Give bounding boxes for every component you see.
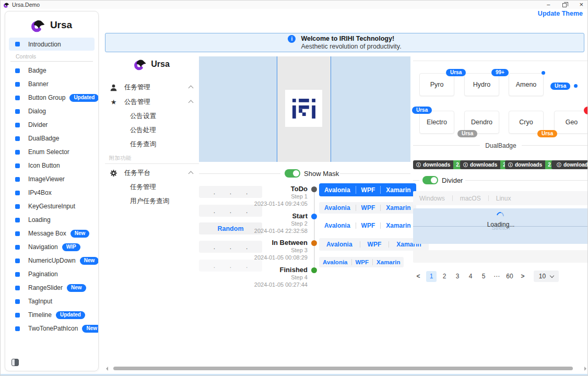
scrollbar-thumb[interactable]: [113, 367, 573, 370]
sidebar-item-enum-selector[interactable]: Enum Selector: [9, 145, 95, 159]
sidebar-item-divider[interactable]: Divider: [9, 118, 95, 132]
button-wpf[interactable]: WPF: [360, 241, 389, 248]
window-title: Ursa.Demo: [12, 2, 40, 8]
sidebar-item-twotonepathicon[interactable]: TwoTonePathIconNew: [9, 322, 95, 335]
sidebar-item-dualbadge[interactable]: DualBadge: [9, 132, 95, 145]
button-avalonia[interactable]: Avalonia: [319, 204, 356, 212]
sidebar-item-badge[interactable]: Badge: [9, 64, 95, 77]
button-avalonia[interactable]: Avalonia: [319, 241, 360, 248]
badge-pill-ursa-gray: Ursa: [457, 130, 477, 137]
sidebar-item-button-group[interactable]: Button GroupUpdated: [9, 91, 95, 104]
nav-group-task-platform[interactable]: 任务平台: [105, 166, 199, 180]
sidebar-item-icon-button[interactable]: Icon Button: [9, 159, 95, 172]
scroll-right-icon[interactable]: [584, 367, 586, 371]
button-avalonia[interactable]: Avalonia: [319, 259, 351, 265]
divider-line: [340, 173, 410, 174]
update-theme-button[interactable]: Update Theme: [538, 10, 583, 17]
image-viewer[interactable]: [199, 56, 410, 162]
minimize-button[interactable]: –: [547, 1, 550, 8]
button-wpf[interactable]: WPF: [356, 204, 381, 212]
sidebar-item-timeline[interactable]: TimelineUpdated: [9, 308, 95, 322]
sidebar-item-message-box[interactable]: Message BoxNew: [9, 227, 95, 240]
dual-badge: downloads 2.4k: [551, 160, 588, 169]
status-badge: New: [80, 257, 99, 265]
viewer-mask-left: [199, 56, 277, 162]
divider-toggle[interactable]: [422, 176, 438, 184]
scroll-left-icon[interactable]: [106, 367, 108, 371]
badge-pill-99plus: 99+: [491, 69, 509, 76]
vertical-divider: [452, 195, 453, 201]
sidebar-collapse-icon[interactable]: [11, 359, 19, 366]
bullet-icon: [15, 136, 20, 141]
nav-sub-task-management[interactable]: 任务管理: [105, 180, 199, 194]
page-button-5[interactable]: 5: [478, 271, 489, 282]
badge-card-hydro: Hydro: [464, 73, 499, 96]
page-button-4[interactable]: 4: [465, 271, 476, 282]
button-avalonia[interactable]: Avalonia: [319, 186, 356, 194]
button-wpf[interactable]: WPF: [356, 186, 381, 194]
button-avalonia[interactable]: Avalonia: [319, 222, 356, 229]
viewer-image: [285, 90, 322, 127]
sidebar-item-numericupdown[interactable]: NumericUpDownNew: [9, 254, 95, 267]
sidebar-item-dialog[interactable]: Dialog: [9, 104, 95, 118]
timeline-entry: Finished Step 4 2024-01-05 00:27:44: [224, 266, 308, 288]
star-icon: ★: [110, 98, 117, 106]
loading-overlay: Stretch Loading...: [413, 208, 588, 244]
bullet-icon: [15, 177, 20, 182]
show-mask-label: Show Mask: [304, 170, 339, 178]
button-wpf[interactable]: WPF: [352, 259, 373, 265]
sidebar-item-ipv4box[interactable]: IPv4Box: [9, 186, 95, 199]
page-button-3[interactable]: 3: [452, 271, 463, 282]
bullet-icon: [15, 326, 20, 331]
viewer-mask-right: [331, 56, 410, 162]
button-wpf[interactable]: WPF: [356, 222, 381, 229]
bullet-icon: [15, 191, 20, 195]
page-size-select[interactable]: 10: [534, 271, 559, 282]
nav-group-task-management[interactable]: 任务管理: [105, 80, 199, 95]
sidebar-item-navigation[interactable]: NavigationWIP: [9, 240, 95, 254]
sidebar-item-imageviewer[interactable]: ImageViewer: [9, 172, 95, 186]
divider-toggle-label: Divider: [442, 177, 463, 184]
nav-sub-task-query[interactable]: 任务查询: [105, 137, 199, 151]
info-icon: [416, 162, 421, 167]
bullet-icon: [15, 313, 20, 318]
bullet-icon: [15, 286, 20, 290]
page-button-60[interactable]: 60: [504, 271, 515, 282]
page-ellipsis[interactable]: ⋯: [491, 271, 502, 282]
sidebar-item-keygestureinput[interactable]: KeyGestureInput: [9, 199, 95, 213]
bullet-icon: [15, 218, 20, 222]
horizontal-scrollbar[interactable]: [104, 366, 588, 372]
badge-card-electro: Electro: [419, 111, 454, 134]
bullet-icon: [15, 231, 20, 236]
button-xamarin[interactable]: Xamarin: [373, 259, 404, 265]
sidebar-item-rangeslider[interactable]: RangeSliderNew: [9, 281, 95, 295]
status-badge: WIP: [62, 243, 80, 251]
status-badge: New: [67, 284, 86, 292]
bullet-icon: [15, 68, 20, 73]
page-button-1[interactable]: 1: [426, 271, 437, 282]
sidebar-item-banner[interactable]: Banner: [9, 77, 95, 91]
sidebar-item-pagination[interactable]: Pagination: [9, 267, 95, 281]
nav-sub-user-task-query[interactable]: 用户任务查询: [105, 194, 199, 208]
page-button-2[interactable]: 2: [439, 271, 450, 282]
sidebar-logo: Ursa: [9, 13, 95, 38]
prev-page-button[interactable]: <: [413, 271, 424, 282]
next-page-button[interactable]: >: [518, 271, 528, 282]
nav-sub-announcement-settings[interactable]: 公告设置: [105, 109, 199, 123]
sidebar-item-introduction[interactable]: Introduction: [9, 38, 95, 51]
show-mask-toggle[interactable]: [285, 169, 300, 178]
timeline-dot-inbetween: [311, 240, 317, 246]
sidebar-item-label: Introduction: [28, 41, 61, 48]
restore-button[interactable]: [562, 3, 567, 7]
nav-group-announcement[interactable]: ★ 公告管理: [105, 95, 199, 109]
gear-icon: [110, 169, 117, 177]
vertical-divider: [488, 195, 489, 201]
sidebar-item-taginput[interactable]: TagInput: [9, 295, 95, 308]
timeline-dot-start: [311, 214, 317, 219]
sidebar-item-loading[interactable]: Loading: [9, 213, 95, 227]
close-button[interactable]: ×: [579, 1, 583, 8]
nav-sub-announcement-processing[interactable]: 公告处理: [105, 123, 199, 137]
timeline-entry: In Between Step 3 2024-01-05 00:08:29: [224, 239, 308, 261]
irihi-logo-icon: [292, 99, 315, 119]
info-icon: [557, 162, 561, 167]
